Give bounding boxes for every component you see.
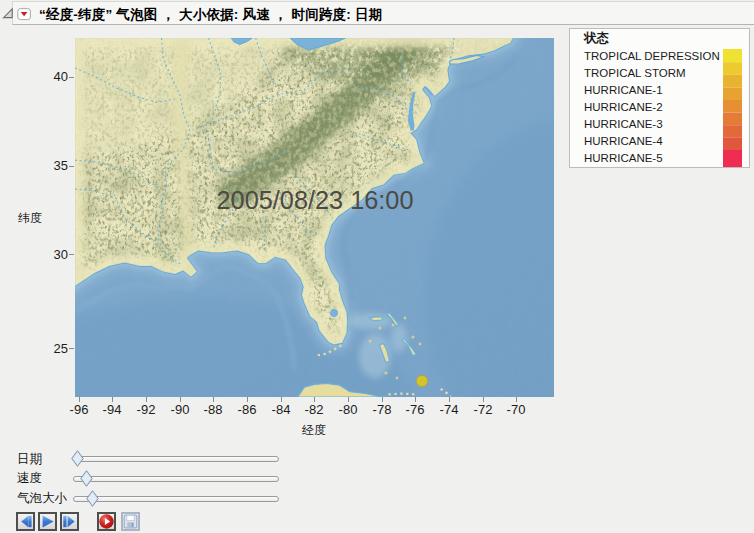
svg-text:2005/08/23 16:00: 2005/08/23 16:00 <box>217 186 414 214</box>
